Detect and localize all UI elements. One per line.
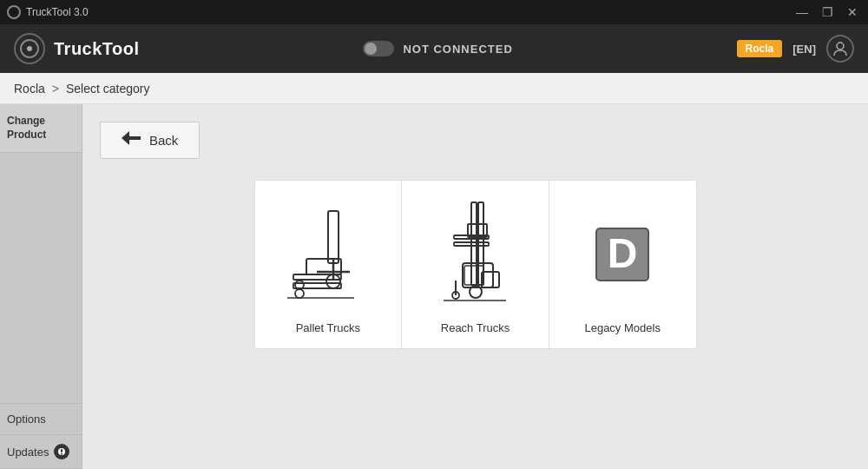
minimize-button[interactable]: — — [792, 5, 812, 19]
logo-outer-circle — [14, 33, 45, 64]
pallet-trucks-label: Pallet Trucks — [296, 321, 360, 334]
reach-trucks-label: Reach Trucks — [441, 321, 510, 334]
back-label: Back — [149, 133, 178, 148]
brand-badge[interactable]: Rocla — [737, 40, 783, 57]
app-title: TruckTool 3.0 — [26, 6, 89, 18]
breadcrumb-bar: Rocla > Select category — [0, 73, 868, 104]
user-icon — [832, 41, 848, 56]
pallet-truck-svg — [280, 198, 376, 311]
breadcrumb-separator: > — [52, 82, 59, 96]
logo-dot — [27, 46, 32, 51]
maximize-button[interactable]: ❐ — [819, 5, 837, 19]
svg-point-0 — [837, 43, 844, 50]
window-controls: — ❐ ✕ — [792, 5, 861, 19]
title-bar-left: TruckTool 3.0 — [7, 5, 89, 19]
breadcrumb-root[interactable]: Rocla — [14, 82, 45, 96]
connection-toggle[interactable] — [363, 41, 394, 56]
category-grid: Pallet Trucks — [254, 180, 697, 349]
close-button[interactable]: ✕ — [844, 5, 861, 19]
sidebar-bottom: Options Updates — [0, 403, 82, 469]
connection-status: NOT CONNECTED — [403, 43, 512, 56]
connection-area: NOT CONNECTED — [363, 41, 512, 56]
toggle-track — [363, 41, 394, 56]
header-right: Rocla [EN] — [737, 35, 854, 63]
updates-label: Updates — [7, 446, 49, 459]
category-pallet-trucks[interactable]: Pallet Trucks — [255, 181, 403, 348]
content-area: Back — [82, 104, 868, 469]
title-bar: TruckTool 3.0 — ❐ ✕ — [0, 0, 868, 24]
reach-truck-svg — [428, 198, 523, 311]
user-profile-button[interactable] — [826, 35, 854, 63]
category-reach-trucks[interactable]: Reach Trucks — [402, 181, 549, 348]
main-layout: Change Product Options Updates — [0, 104, 868, 469]
arrow-left-icon — [122, 131, 141, 145]
toggle-knob — [365, 43, 377, 55]
back-arrow-icon — [122, 131, 141, 149]
svg-rect-15 — [471, 202, 477, 285]
header: TruckTool NOT CONNECTED Rocla [EN] — [0, 24, 868, 73]
svg-rect-3 — [61, 453, 62, 455]
logo-inner-circle — [20, 39, 39, 58]
logo-text: TruckTool — [54, 39, 140, 59]
pallet-trucks-illustration — [280, 198, 376, 311]
sidebar: Change Product Options Updates — [0, 104, 82, 469]
category-legacy-models[interactable]: D Legacy Models — [549, 181, 696, 348]
back-button[interactable]: Back — [100, 122, 200, 159]
svg-marker-4 — [122, 131, 141, 145]
sidebar-item-updates[interactable]: Updates — [0, 435, 82, 469]
legacy-models-illustration: D — [575, 198, 670, 311]
legacy-logo-svg: D — [575, 198, 670, 311]
updates-icon — [57, 447, 66, 456]
language-selector[interactable]: [EN] — [792, 43, 816, 56]
reach-trucks-illustration — [428, 198, 523, 311]
options-label: Options — [7, 413, 46, 426]
sidebar-item-options[interactable]: Options — [0, 404, 82, 435]
legacy-models-label: Legacy Models — [584, 321, 660, 334]
updates-badge — [54, 444, 69, 459]
logo-area: TruckTool — [14, 33, 140, 64]
breadcrumb-current: Select category — [66, 82, 150, 96]
app-icon — [7, 5, 21, 19]
sidebar-spacer — [0, 153, 82, 403]
svg-rect-5 — [328, 211, 339, 263]
svg-text:D: D — [608, 230, 638, 276]
svg-rect-22 — [464, 266, 483, 285]
svg-rect-2 — [61, 449, 62, 452]
svg-point-13 — [295, 289, 304, 298]
sidebar-item-change-product[interactable]: Change Product — [0, 104, 82, 153]
